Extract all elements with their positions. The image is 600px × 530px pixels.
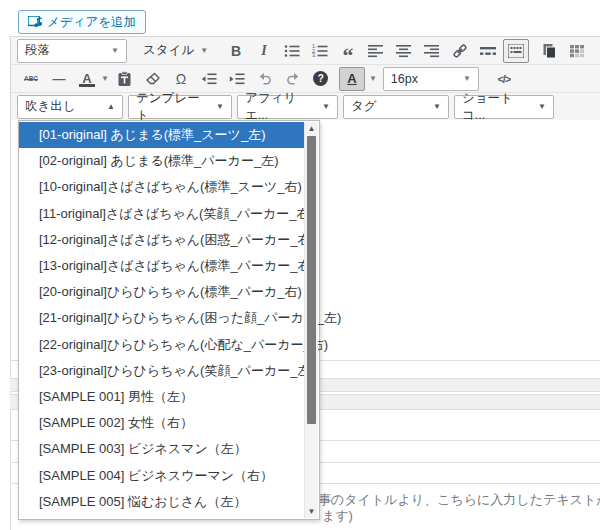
editor-toolbar: 段落 ▼ スタイル ▼ B I 1. 2. 3. xyxy=(10,36,600,120)
shortcode-dropdown-label: ショートコ... xyxy=(462,90,530,124)
paragraph-format-select[interactable]: 段落 ▼ xyxy=(17,39,127,63)
styles-label: スタイル xyxy=(143,42,194,59)
add-media-label: メディアを追加 xyxy=(47,14,136,31)
svg-text:3.: 3. xyxy=(312,52,317,58)
affiliate-dropdown-label: アフィリエ... xyxy=(245,90,314,124)
bold-button[interactable]: B xyxy=(223,39,249,63)
outdent-icon xyxy=(201,71,217,87)
blockquote-icon: “ xyxy=(343,41,354,61)
eraser-icon xyxy=(145,71,161,87)
menu-item-23-original[interactable]: [23-original]ひらひらちゃん(笑顔_パーカー_左) xyxy=(19,358,304,384)
toolbar-row-3: 吹き出し ▲ テンプレート ▼ アフィリエ... ▼ タグ ▼ ショートコ...… xyxy=(11,93,600,120)
font-size-select[interactable]: 16px ▼ xyxy=(383,67,479,91)
menu-item-sample-002[interactable]: [SAMPLE 002] 女性（右） xyxy=(19,410,304,436)
align-left-button[interactable] xyxy=(363,39,389,63)
code-icon: </> xyxy=(497,73,510,85)
balloon-menu-list: [01-original] あじまる(標準_スーツ_左) [02-origina… xyxy=(19,122,304,515)
align-right-icon xyxy=(424,43,440,59)
toolbar-toggle-button[interactable] xyxy=(503,39,529,63)
menu-item-20-original[interactable]: [20-original]ひらひらちゃん(標準_パーカ_右) xyxy=(19,279,304,305)
paragraph-format-label: 段落 xyxy=(25,42,50,59)
strikethrough-icon: ABC xyxy=(24,75,38,82)
menu-item-sample-005[interactable]: [SAMPLE 005] 悩むおじさん（左） xyxy=(19,489,304,515)
text-color-swatch xyxy=(79,84,95,87)
italic-icon: I xyxy=(261,43,266,59)
special-character-button[interactable]: Ω xyxy=(168,67,194,91)
numbered-list-icon: 1. 2. 3. xyxy=(312,43,328,59)
blockquote-button[interactable]: “ xyxy=(335,39,361,63)
balloon-dropdown-menu: [01-original] あじまる(標準_スーツ_左) [02-origina… xyxy=(18,120,320,520)
redo-button[interactable] xyxy=(280,67,306,91)
chevron-down-icon: ▼ xyxy=(463,74,471,83)
link-icon xyxy=(452,43,468,59)
bullet-list-icon xyxy=(284,43,300,59)
link-button[interactable] xyxy=(447,39,473,63)
metabox-description-line1: 事のタイトルより、こちらに入力したテキストが優先的にタイ xyxy=(318,491,600,509)
strikethrough-button[interactable]: ABC xyxy=(18,67,44,91)
tag-dropdown-label: タグ xyxy=(351,98,377,115)
numbered-list-button[interactable]: 1. 2. 3. xyxy=(307,39,333,63)
media-icon xyxy=(28,16,42,29)
toolbar-row-1: 段落 ▼ スタイル ▼ B I 1. 2. 3. xyxy=(11,37,600,65)
paste-as-text-icon xyxy=(117,71,132,87)
help-icon: ? xyxy=(313,71,328,86)
shortcode-dropdown-button[interactable]: ショートコ... ▼ xyxy=(454,95,554,119)
menu-item-13-original[interactable]: [13-original]さばさばちゃん(標準_パーカー_右) xyxy=(19,253,304,279)
clear-formatting-button[interactable] xyxy=(140,67,166,91)
tag-dropdown-button[interactable]: タグ ▼ xyxy=(343,95,449,119)
chevron-down-icon: ▼ xyxy=(200,46,208,55)
align-center-button[interactable] xyxy=(391,39,417,63)
read-more-icon xyxy=(480,43,496,59)
font-size-value: 16px xyxy=(391,72,418,86)
menu-item-11-original[interactable]: [11-original]さばさばちゃん(笑顔_パーカー_右) xyxy=(19,201,304,227)
balloon-dropdown-label: 吹き出し xyxy=(25,98,76,115)
highlight-dropdown-arrow[interactable]: ▼ xyxy=(369,74,377,83)
text-color-dropdown-arrow[interactable]: ▼ xyxy=(101,74,109,83)
redo-icon xyxy=(285,71,301,87)
highlight-color-icon: A xyxy=(347,71,356,86)
styles-menu-button[interactable]: スタイル ▼ xyxy=(137,40,214,62)
menu-item-02-original[interactable]: [02-original] あじまる(標準_パーカー_左) xyxy=(19,148,304,174)
menu-item-22-original[interactable]: [22-original]ひらひらちゃん(心配な_パーカー_右) xyxy=(19,332,304,358)
template-dropdown-button[interactable]: テンプレート ▼ xyxy=(128,95,232,119)
menu-item-10-original[interactable]: [10-original]さばさばちゃん(標準_スーツ_右) xyxy=(19,174,304,200)
menu-item-12-original[interactable]: [12-original]さばさばちゃん(困惑_パーカー_右) xyxy=(19,227,304,253)
omega-icon: Ω xyxy=(176,71,186,87)
table-grid-button[interactable] xyxy=(564,39,590,63)
undo-button[interactable] xyxy=(252,67,278,91)
balloon-dropdown-button[interactable]: 吹き出し ▲ xyxy=(17,95,123,119)
bold-icon: B xyxy=(231,43,241,59)
menu-scrollbar[interactable]: ▲ ▼ xyxy=(304,122,318,518)
help-button[interactable]: ? xyxy=(308,67,334,91)
undo-icon xyxy=(257,71,273,87)
chevron-down-icon: ▼ xyxy=(322,102,330,111)
menu-item-01-original[interactable]: [01-original] あじまる(標準_スーツ_左) xyxy=(19,122,304,148)
italic-button[interactable]: I xyxy=(251,39,277,63)
chevron-down-icon: ▼ xyxy=(216,102,224,111)
scrollbar-thumb[interactable] xyxy=(307,136,316,424)
add-media-button[interactable]: メディアを追加 xyxy=(18,10,146,34)
paste-as-text-button[interactable] xyxy=(112,67,138,91)
read-more-button[interactable] xyxy=(475,39,501,63)
horizontal-rule-icon: — xyxy=(53,71,66,86)
affiliate-dropdown-button[interactable]: アフィリエ... ▼ xyxy=(237,95,338,119)
template-dropdown-label: テンプレート xyxy=(136,90,208,124)
indent-button[interactable] xyxy=(224,67,250,91)
menu-item-sample-004[interactable]: [SAMPLE 004] ビジネスウーマン（右） xyxy=(19,462,304,488)
align-center-icon xyxy=(396,43,412,59)
highlight-color-button[interactable]: A xyxy=(339,67,365,91)
text-color-button[interactable]: A xyxy=(74,67,100,91)
menu-item-sample-001[interactable]: [SAMPLE 001] 男性（左） xyxy=(19,384,304,410)
scroll-down-icon[interactable]: ▼ xyxy=(305,505,318,518)
align-right-button[interactable] xyxy=(419,39,445,63)
source-code-button[interactable]: </> xyxy=(488,67,520,91)
bullet-list-button[interactable] xyxy=(279,39,305,63)
outdent-button[interactable] xyxy=(196,67,222,91)
menu-item-sample-003[interactable]: [SAMPLE 003] ビジネスマン（左） xyxy=(19,436,304,462)
horizontal-rule-button[interactable]: — xyxy=(46,67,72,91)
scroll-up-icon[interactable]: ▲ xyxy=(305,122,318,135)
menu-item-21-original[interactable]: [21-original]ひらひらちゃん(困った顔_パーカー_左) xyxy=(19,305,304,331)
chevron-down-icon: ▼ xyxy=(111,46,119,55)
chevron-down-icon: ▼ xyxy=(433,102,441,111)
pages-button[interactable] xyxy=(536,39,562,63)
